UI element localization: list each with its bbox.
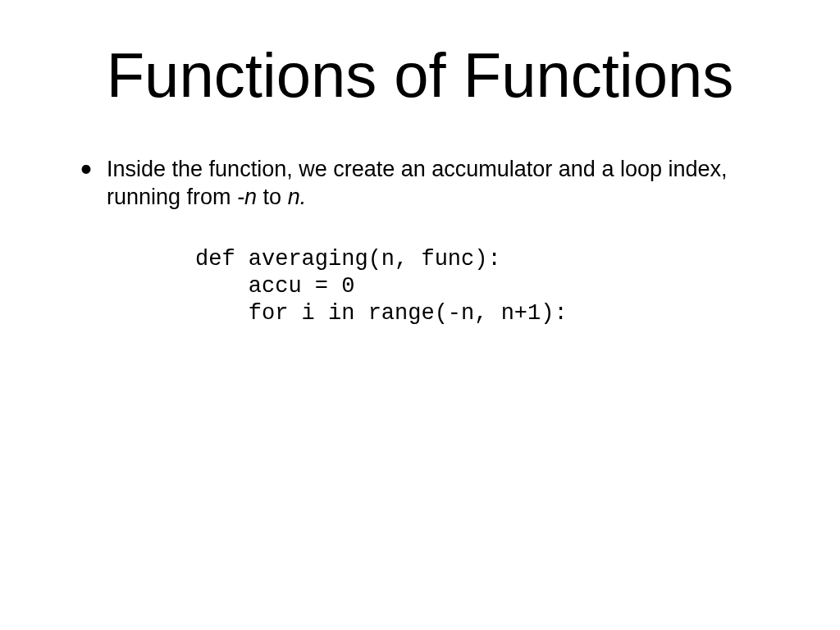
bullet-text-neg-n: -n [237, 185, 257, 209]
slide-title: Functions of Functions [0, 39, 840, 111]
bullet-text-mid: to [257, 185, 288, 209]
code-block: def averaging(n, func): accu = 0 for i i… [195, 246, 568, 327]
bullet-marker: • [80, 161, 92, 177]
slide: Functions of Functions • Inside the func… [0, 0, 840, 630]
bullet-text-n: n. [288, 185, 307, 209]
body-content: • Inside the function, we create an accu… [80, 156, 761, 212]
bullet-item: • Inside the function, we create an accu… [80, 156, 761, 212]
bullet-text: Inside the function, we create an accumu… [107, 156, 761, 212]
bullet-text-pre: Inside the function, we create an accumu… [107, 157, 727, 209]
